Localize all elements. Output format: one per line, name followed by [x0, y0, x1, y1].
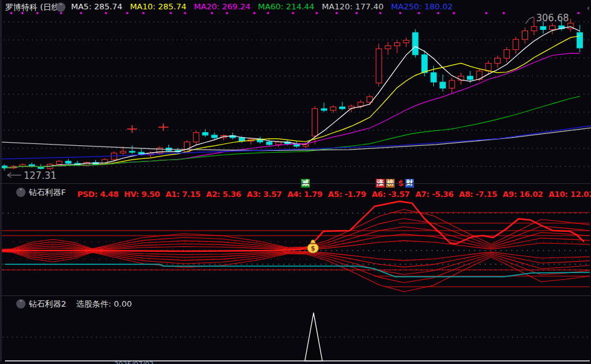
collapse-panel-icon[interactable]: ‹ [587, 4, 590, 12]
indicator-value: A4: 1.79 [287, 189, 322, 199]
left-border-strip [0, 0, 2, 364]
chevron-down-icon[interactable]: ˇ [16, 188, 26, 197]
indicator-value: A7: -5.36 [415, 189, 453, 199]
chevron-down-icon[interactable]: ˇ [56, 2, 65, 12]
ma-value: MA5: 285.74 [71, 2, 122, 11]
symbol-title: 罗博特科 (日线) [5, 2, 62, 13]
panel-divider [0, 183, 591, 184]
date-axis-strip[interactable]: 2025/07/02 [0, 362, 591, 364]
panel-divider [0, 295, 591, 296]
indicator2-condition: 选股条件: 0.00 [76, 299, 132, 310]
stock-app-window: $ 罗博特科 (日线) ˇ MA5: 285.74MA10: 285.74MA2… [0, 0, 591, 364]
indicator-value: A10: 12.02 [549, 189, 591, 199]
ma-value: MA10: 285.74 [130, 2, 186, 11]
ma-value: MA250: 180.02 [391, 2, 453, 11]
low-price-label: 127.31 [24, 170, 57, 181]
ma-value: MA20: 269.24 [194, 2, 251, 11]
high-price-label: 306.68 [536, 12, 569, 24]
ma-value: MA60: 214.44 [258, 2, 315, 11]
svg-text:$: $ [311, 245, 315, 252]
indicator2-title: 钻石利器2 [29, 299, 66, 310]
signal-triangle [305, 313, 322, 361]
money-bag-icon: $ [307, 240, 319, 253]
indicator-value: HV: 9.50 [124, 189, 160, 199]
chevron-down-icon[interactable]: ˇ [16, 299, 26, 309]
indicator-value: A9: 16.02 [502, 189, 543, 199]
indicator1-title: 钻石利器F [29, 187, 65, 198]
ma-value: MA120: 177.40 [322, 2, 383, 11]
ma-values-row: MA5: 285.74MA10: 285.74MA20: 269.24MA60:… [71, 2, 460, 11]
axis-date-label: 2025/07/02 [114, 362, 153, 364]
indicator-value: A6: -3.57 [372, 189, 410, 199]
indicator-value: A3: 3.57 [247, 189, 282, 199]
indicator-value: PSD: 4.48 [77, 189, 118, 199]
indicator-value: A5: -1.79 [328, 189, 366, 199]
indicator-value: A8: -7.15 [459, 189, 497, 199]
indicator-value: A1: 7.15 [165, 189, 200, 199]
indicator-value: A2: 5.36 [206, 189, 241, 199]
indicator1-values-row: PSD: 4.48HV: 9.50A1: 7.15A2: 5.36A3: 3.5… [77, 188, 591, 199]
